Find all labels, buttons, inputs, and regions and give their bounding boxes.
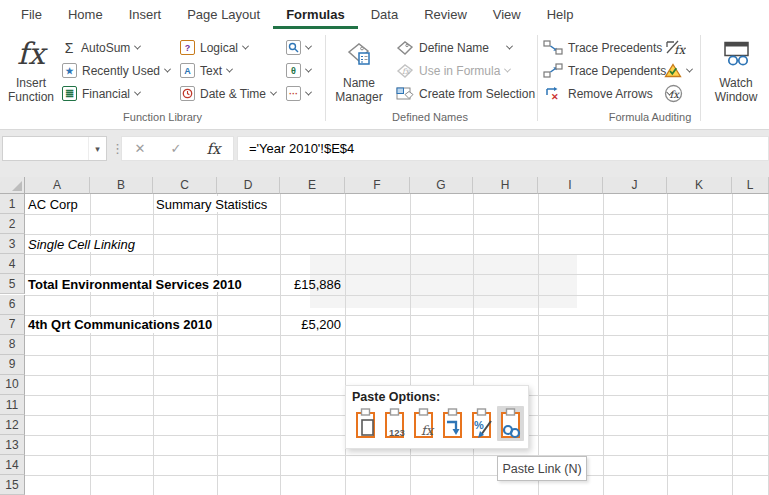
- svg-text:fx: fx: [670, 89, 681, 100]
- column-header-C[interactable]: C: [153, 177, 217, 194]
- chevron-down-icon: [242, 43, 249, 50]
- chevron-down-icon: [134, 43, 141, 50]
- tab-home[interactable]: Home: [55, 0, 116, 29]
- evaluate-formula-button[interactable]: fx: [664, 83, 683, 104]
- formula-input[interactable]: ='Year 2010'!$E$4: [237, 136, 769, 161]
- insert-function-button[interactable]: fx Insert Function: [4, 32, 58, 104]
- cancel-icon[interactable]: ✕: [135, 141, 146, 156]
- cell-A3[interactable]: Single Cell Linking: [26, 236, 137, 252]
- tab-help[interactable]: Help: [534, 0, 587, 29]
- watch-window-button[interactable]: Watch Window: [706, 32, 766, 104]
- paste-options-popup: Paste Options: 123fx%: [345, 385, 529, 449]
- row-header-9[interactable]: 9: [0, 355, 25, 375]
- paste-option-formatting[interactable]: %: [468, 406, 495, 441]
- column-header-A[interactable]: A: [25, 177, 90, 194]
- autosum-button[interactable]: Σ AutoSum: [62, 37, 140, 58]
- tab-insert[interactable]: Insert: [116, 0, 175, 29]
- paste-icon: [352, 407, 379, 440]
- formula-bar: ▾ ⋮ ✕ ✓ fx ='Year 2010'!$E$4: [0, 130, 769, 177]
- tab-label: Review: [424, 7, 467, 22]
- paste-option-values[interactable]: 123: [381, 406, 408, 441]
- column-header-I[interactable]: I: [538, 177, 603, 194]
- watch-window-icon: [721, 41, 751, 67]
- row-header-1[interactable]: 1: [0, 194, 25, 214]
- row-header-10[interactable]: 10: [0, 375, 25, 395]
- tab-page-layout[interactable]: Page Layout: [174, 0, 273, 29]
- financial-button[interactable]: ≣ Financial: [62, 83, 140, 104]
- column-header-J[interactable]: J: [603, 177, 667, 194]
- autosum-label: AutoSum: [81, 41, 130, 55]
- lookup-reference-button[interactable]: [286, 37, 311, 58]
- trace-dependents-label: Trace Dependents: [568, 64, 666, 78]
- paste-option-formulas[interactable]: fx: [410, 406, 437, 441]
- tab-view[interactable]: View: [480, 0, 534, 29]
- cell-text: AC Corp: [28, 197, 78, 212]
- row-header-2[interactable]: 2: [0, 214, 25, 234]
- row-header-13[interactable]: 13: [0, 435, 25, 455]
- row-header-5[interactable]: 5: [0, 274, 25, 294]
- row-header-12[interactable]: 12: [0, 415, 25, 435]
- tab-data[interactable]: Data: [358, 0, 411, 29]
- svg-text:123: 123: [389, 427, 405, 438]
- cell-C1[interactable]: Summary Statistics: [154, 196, 269, 212]
- column-header-E[interactable]: E: [280, 177, 345, 194]
- row-header-14[interactable]: 14: [0, 455, 25, 475]
- trace-precedents-button[interactable]: Trace Precedents: [543, 37, 662, 58]
- paste-option-paste[interactable]: [352, 406, 379, 441]
- enter-icon[interactable]: ✓: [170, 141, 181, 156]
- tab-label: Page Layout: [187, 7, 260, 22]
- svg-text:fx: fx: [674, 43, 686, 56]
- create-from-selection-button[interactable]: Create from Selection: [396, 83, 535, 104]
- row-header-11[interactable]: 11: [0, 395, 25, 415]
- logical-button[interactable]: ? Logical: [180, 37, 248, 58]
- tab-formulas[interactable]: Formulas: [273, 0, 358, 29]
- fx-icon: fx: [17, 47, 45, 61]
- chevron-down-icon: [686, 66, 693, 73]
- name-manager-button[interactable]: Name Manager: [330, 32, 388, 104]
- chevron-down-icon: [506, 43, 513, 50]
- row-header-15[interactable]: 15: [0, 475, 25, 495]
- cell-E5[interactable]: £15,886: [282, 276, 341, 292]
- column-header-H[interactable]: H: [473, 177, 538, 194]
- column-header-G[interactable]: G: [410, 177, 473, 194]
- cell-A1[interactable]: AC Corp: [26, 196, 80, 212]
- row-header-3[interactable]: 3: [0, 234, 25, 254]
- more-functions-button[interactable]: ···: [286, 83, 311, 104]
- name-box[interactable]: ▾: [2, 136, 107, 161]
- column-header-B[interactable]: B: [90, 177, 153, 194]
- math-trig-button[interactable]: θ: [286, 60, 311, 81]
- paste-option-paste-link[interactable]: [497, 406, 524, 441]
- trace-dependents-button[interactable]: Trace Dependents: [543, 60, 666, 81]
- select-all-button[interactable]: [0, 177, 25, 194]
- row-header-6[interactable]: 6: [0, 295, 25, 315]
- chevron-down-icon: [164, 66, 171, 73]
- error-checking-button[interactable]: [664, 60, 692, 81]
- tab-file[interactable]: File: [8, 0, 55, 29]
- show-formulas-button[interactable]: fx: [664, 37, 686, 58]
- paste-options-title: Paste Options:: [352, 390, 523, 404]
- date-time-button[interactable]: Date & Time: [180, 83, 276, 104]
- cell-A7[interactable]: 4th Qrt Communications 2010: [26, 317, 214, 333]
- row-header-7[interactable]: 7: [0, 315, 25, 335]
- name-box-dropdown-icon[interactable]: ▾: [88, 137, 106, 160]
- chevron-down-icon: [305, 66, 312, 73]
- recently-used-button[interactable]: ★ Recently Used: [62, 60, 170, 81]
- cell-text: 4th Qrt Communications 2010: [28, 317, 212, 332]
- group-label-formula-auditing: Formula Auditing: [565, 111, 735, 123]
- insert-function-label: Insert Function: [5, 76, 57, 104]
- use-in-formula-icon: fx: [396, 63, 414, 79]
- cell-E7[interactable]: £5,200: [282, 317, 341, 333]
- column-header-K[interactable]: K: [667, 177, 732, 194]
- text-button[interactable]: A Text: [180, 60, 232, 81]
- row-header-8[interactable]: 8: [0, 335, 25, 355]
- column-header-F[interactable]: F: [345, 177, 410, 194]
- tab-review[interactable]: Review: [411, 0, 480, 29]
- column-header-D[interactable]: D: [217, 177, 280, 194]
- remove-arrows-button[interactable]: ✕ Remove Arrows: [543, 83, 672, 104]
- insert-function-icon[interactable]: fx: [206, 140, 220, 158]
- column-header-L[interactable]: L: [732, 177, 769, 194]
- cell-A5[interactable]: Total Environmental Services 2010: [26, 276, 244, 292]
- paste-option-transpose[interactable]: [439, 406, 466, 441]
- row-header-4[interactable]: 4: [0, 254, 25, 274]
- define-name-button[interactable]: Define Name: [396, 37, 512, 58]
